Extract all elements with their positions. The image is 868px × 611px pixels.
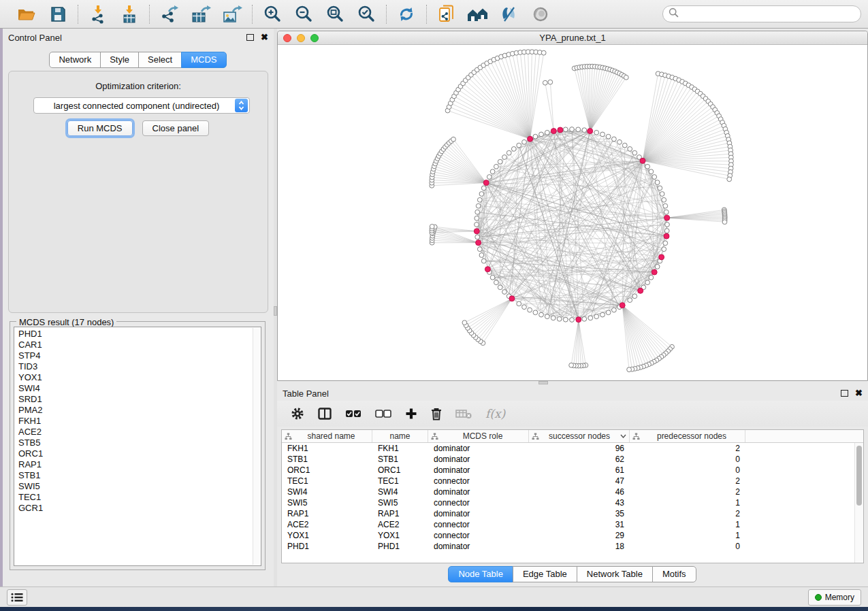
graph-node[interactable] (522, 305, 527, 310)
graph-node[interactable] (494, 164, 499, 169)
column-header-shared-name[interactable]: shared name (282, 430, 372, 442)
result-node[interactable]: SWI5 (18, 481, 261, 492)
graph-node[interactable] (502, 290, 507, 295)
graph-node[interactable] (582, 128, 587, 133)
graph-mcds-node[interactable] (620, 303, 625, 308)
result-node[interactable]: ORC1 (18, 448, 261, 459)
graph-mcds-node[interactable] (588, 129, 593, 134)
table-row[interactable]: YOX1YOX1connector291 (282, 530, 854, 541)
graph-node[interactable] (600, 312, 605, 317)
tab-network[interactable]: Network (49, 52, 101, 68)
zoom-in-button[interactable] (262, 4, 283, 24)
graph-node[interactable] (628, 147, 632, 152)
graph-node[interactable] (563, 127, 568, 132)
graph-node[interactable] (563, 317, 568, 322)
graph-mcds-node[interactable] (551, 129, 556, 134)
select-all-button[interactable] (345, 405, 361, 423)
graph-node[interactable] (545, 130, 549, 135)
graph-node[interactable] (664, 229, 669, 233)
open-file-button[interactable] (16, 4, 37, 24)
result-node[interactable]: PHD1 (18, 329, 261, 340)
panel-menu-button[interactable] (7, 589, 27, 606)
graph-node[interactable] (507, 150, 511, 155)
graph-mcds-node[interactable] (576, 317, 581, 323)
result-node[interactable]: STB1 (18, 470, 261, 481)
graph-node[interactable] (475, 216, 479, 220)
minimize-window-icon[interactable] (297, 34, 305, 42)
graph-mcds-node[interactable] (485, 267, 490, 272)
mcds-result-list[interactable]: PHD1CAR1STP4TID3YOX1SWI4SRD1PMA2FKH1ACE2… (14, 327, 261, 566)
close-panel-icon[interactable]: ✖ (855, 390, 863, 397)
table-settings-button[interactable] (291, 405, 304, 423)
column-header-name[interactable]: name (372, 430, 428, 442)
graph-node[interactable] (655, 265, 660, 269)
graph-mcds-node[interactable] (474, 229, 479, 234)
graph-node[interactable] (498, 159, 502, 164)
graph-node[interactable] (487, 175, 492, 180)
graph-node[interactable] (628, 298, 632, 303)
graph-mcds-node[interactable] (664, 233, 669, 239)
graph-node[interactable] (476, 203, 481, 208)
save-session-button[interactable] (48, 4, 68, 24)
result-node[interactable]: GCR1 (18, 503, 261, 514)
network-window-titlebar[interactable]: YPA_prune.txt_1 (278, 31, 867, 45)
graph-mcds-node[interactable] (664, 215, 670, 220)
graph-mcds-node[interactable] (638, 288, 643, 293)
export-table-button[interactable] (191, 4, 211, 24)
graph-node[interactable] (569, 363, 574, 367)
memory-button[interactable]: Memory (808, 589, 861, 606)
graph-node[interactable] (533, 310, 538, 315)
graph-mcds-node[interactable] (640, 158, 645, 163)
graph-node[interactable] (632, 150, 637, 155)
export-network-button[interactable] (159, 4, 180, 24)
graph-mcds-node[interactable] (509, 296, 515, 301)
graph-node[interactable] (624, 75, 628, 80)
graph-node[interactable] (475, 210, 480, 214)
graph-node[interactable] (722, 220, 727, 225)
table-row[interactable]: STB1STB1dominator620 (282, 454, 854, 465)
zoom-out-button[interactable] (293, 4, 314, 24)
close-panel-button[interactable]: Close panel (142, 120, 210, 136)
graph-mcds-node[interactable] (483, 180, 489, 186)
graph-node[interactable] (612, 137, 617, 142)
show-hide-button[interactable] (530, 4, 551, 24)
column-header-predecessor-nodes[interactable]: predecessor nodes (630, 430, 745, 442)
graph-node[interactable] (665, 222, 670, 227)
graph-node[interactable] (655, 180, 660, 185)
result-node[interactable]: YOX1 (18, 372, 261, 383)
graph-node[interactable] (502, 155, 507, 160)
network-canvas[interactable] (278, 45, 867, 380)
graphics-details-button[interactable] (499, 4, 519, 24)
table-row[interactable]: FKH1FKH1dominator962 (282, 443, 854, 454)
add-column-button[interactable] (405, 405, 417, 423)
graph-node[interactable] (528, 308, 532, 312)
graph-node[interactable] (727, 177, 732, 182)
close-window-icon[interactable] (283, 34, 291, 42)
graph-node[interactable] (533, 134, 538, 139)
graph-node[interactable] (606, 134, 611, 139)
graph-node[interactable] (606, 310, 611, 315)
tab-edge-table[interactable]: Edge Table (513, 566, 577, 582)
graph-node[interactable] (645, 164, 650, 169)
result-node[interactable]: ACE2 (18, 427, 261, 437)
tab-select[interactable]: Select (138, 52, 182, 68)
graph-node[interactable] (475, 235, 480, 240)
table-row[interactable]: TEC1TEC1connector472 (282, 476, 854, 486)
graph-node[interactable] (663, 241, 668, 246)
result-node[interactable]: STP4 (18, 350, 261, 361)
zoom-fit-button[interactable] (325, 4, 345, 24)
delete-column-button[interactable] (431, 405, 442, 423)
graph-node[interactable] (511, 147, 516, 152)
tab-mcds[interactable]: MCDS (181, 52, 226, 68)
table-row[interactable]: ORC1ORC1dominator610 (282, 465, 854, 476)
table-row[interactable]: ACE2ACE2connector311 (282, 519, 854, 530)
graph-node[interactable] (498, 285, 502, 290)
graph-node[interactable] (551, 316, 556, 320)
result-node[interactable]: SWI4 (18, 383, 261, 394)
graph-node[interactable] (517, 301, 521, 306)
graph-node[interactable] (494, 280, 499, 285)
graph-mcds-node[interactable] (476, 240, 481, 246)
graph-node[interactable] (622, 143, 627, 148)
graph-node[interactable] (517, 143, 521, 148)
graph-node[interactable] (582, 316, 587, 321)
